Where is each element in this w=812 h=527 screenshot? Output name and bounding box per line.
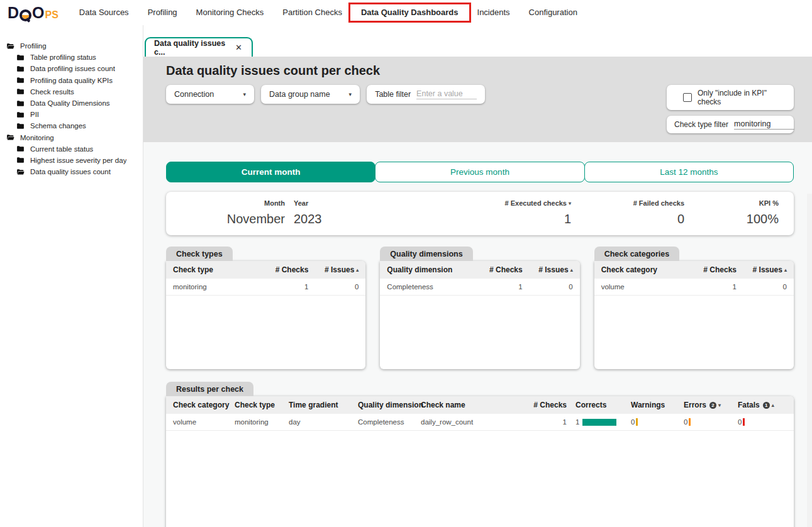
summary-col-year: Year	[285, 199, 345, 212]
quality-dimensions-card: Quality dimensions Quality dimension # C…	[380, 247, 579, 369]
sidebar-item-label: Schema changes	[30, 122, 86, 130]
sidebar-item-label: Highest issue severity per day	[30, 157, 126, 164]
nav-item-data-quality-dashboards[interactable]: Data Quality Dashboards	[352, 0, 468, 25]
quality-dimensions-card-title: Quality dimensions	[380, 247, 472, 261]
fatals-tick	[743, 418, 745, 426]
col-num-checks[interactable]: # Checks	[681, 265, 737, 274]
folder-icon	[16, 156, 25, 164]
col-fatals[interactable]: Fatals 1 ▴	[738, 401, 787, 409]
sidebar-item-schema-changes[interactable]: Schema changes	[0, 120, 143, 131]
nav-item-monitoring-checks[interactable]: Monitoring Checks	[187, 0, 274, 25]
sort-down-icon: ▾	[718, 402, 721, 408]
vertical-scrollbar[interactable]	[807, 194, 812, 527]
sort-priority-badge: 1	[763, 402, 770, 409]
table-filter-input[interactable]: Enter a value	[416, 89, 477, 99]
tab-last-12-months[interactable]: Last 12 months	[584, 162, 794, 182]
table-row[interactable]: volume monitoring day Completeness daily…	[166, 414, 794, 431]
dqops-logo[interactable]: DOPS	[8, 5, 58, 21]
sidebar-item-label: Check results	[30, 88, 74, 96]
tab-data-quality-issues-count[interactable]: Data quality issues c... ✕	[145, 37, 253, 57]
table-filter-label: Table filter	[375, 90, 411, 99]
connection-dropdown[interactable]: Connection ▾	[166, 85, 254, 104]
col-warnings[interactable]: Warnings	[631, 401, 684, 409]
sidebar-item-label: Current table status	[30, 145, 93, 153]
col-num-checks[interactable]: # Checks	[253, 265, 308, 274]
folder-icon	[16, 76, 25, 84]
folder-icon	[16, 111, 25, 119]
sidebar-item-data-quality-dimensions[interactable]: Data Quality Dimensions	[0, 97, 143, 109]
check-types-card-title: Check types	[166, 247, 233, 261]
sidebar-item-data-profiling-issues-count[interactable]: Data profiling issues count	[0, 63, 143, 74]
nav-item-partition-checks[interactable]: Partition Checks	[273, 0, 352, 25]
col-num-issues[interactable]: # Issues ▴	[737, 265, 787, 274]
folder-icon	[16, 53, 25, 62]
table-row[interactable]: volume 1 0	[594, 279, 794, 296]
summary-col-failed: # Failed checks	[571, 199, 684, 212]
close-icon[interactable]: ✕	[234, 43, 243, 52]
data-group-dropdown[interactable]: Data group name ▾	[261, 85, 360, 104]
tab-current-month[interactable]: Current month	[166, 162, 375, 182]
sidebar-item-label: Profiling	[20, 42, 47, 50]
nav-item-incidents[interactable]: Incidents	[468, 0, 520, 25]
results-card-title: Results per check	[166, 382, 253, 396]
nav-item-profiling[interactable]: Profiling	[138, 0, 187, 25]
check-types-card: Check types Check type # Checks # Issues…	[166, 247, 365, 369]
corrects-bar	[582, 419, 616, 426]
col-num-checks[interactable]: # Checks	[528, 401, 567, 409]
table-row[interactable]: Completeness 1 0	[380, 279, 579, 296]
tab-previous-month[interactable]: Previous month	[375, 162, 584, 182]
sidebar-item-current-table-status[interactable]: Current table status	[0, 143, 143, 155]
col-time-gradient[interactable]: Time gradient	[289, 401, 358, 409]
table-row[interactable]: monitoring 1 0	[166, 279, 365, 296]
sidebar-item-monitoring[interactable]: Monitoring	[0, 132, 143, 143]
chevron-down-icon: ▾	[349, 91, 352, 97]
col-check-type[interactable]: Check type	[173, 265, 253, 274]
folder-icon	[16, 122, 25, 130]
sidebar-item-check-results[interactable]: Check results	[0, 86, 143, 97]
col-check-name[interactable]: Check name	[421, 401, 528, 409]
period-tabs: Current month Previous month Last 12 mon…	[166, 162, 794, 182]
top-nav: DOPS Data SourcesProfilingMonitoring Che…	[0, 0, 812, 25]
document-tab-bar: Data quality issues c... ✕	[143, 25, 812, 57]
col-quality-dimension[interactable]: Quality dimension	[387, 265, 467, 274]
col-check-category[interactable]: Check category	[173, 401, 235, 409]
results-per-check-card: Results per check Check category Check t…	[166, 382, 794, 527]
col-num-issues[interactable]: # Issues ▴	[523, 265, 573, 274]
nav-item-data-sources[interactable]: Data Sources	[70, 0, 138, 25]
summary-col-executed[interactable]: # Executed checks ▾	[436, 199, 571, 212]
sidebar-item-pii[interactable]: PII	[0, 109, 143, 120]
magnifier-q-icon	[19, 9, 31, 21]
col-corrects[interactable]: Corrects	[576, 401, 631, 409]
sort-up-icon: ▴	[356, 267, 359, 273]
dashboard-header: Data quality issues count per check Conn…	[143, 57, 812, 142]
col-num-checks[interactable]: # Checks	[467, 265, 523, 274]
nav-item-configuration[interactable]: Configuration	[520, 0, 587, 25]
sidebar-item-highest-issue-severity-per-day[interactable]: Highest issue severity per day	[0, 155, 143, 166]
col-quality-dimension[interactable]: Quality dimension	[358, 401, 421, 409]
sidebar-item-profiling-data-quality-kpis[interactable]: Profiling data quality KPIs	[0, 75, 143, 86]
sidebar-item-label: Data profiling issues count	[30, 65, 115, 72]
summary-col-month: Month	[181, 199, 285, 212]
col-num-issues[interactable]: # Issues ▴	[308, 265, 359, 274]
connection-label: Connection	[174, 90, 214, 99]
sidebar-item-label: Data quality issues count	[30, 168, 111, 175]
kpi-checkbox[interactable]	[683, 93, 692, 102]
check-type-filter-pill: Check type filter monitoring	[667, 116, 794, 133]
kpi-checkbox-pill[interactable]: Only "include in KPI" checks	[667, 85, 794, 110]
table-filter-pill: Table filter Enter a value	[367, 85, 485, 104]
sidebar-item-profiling[interactable]: Profiling	[0, 40, 143, 52]
data-group-label: Data group name	[269, 90, 330, 99]
col-check-category[interactable]: Check category	[601, 265, 681, 274]
summary-kpi-value: 100%	[684, 212, 779, 226]
col-errors[interactable]: Errors 2 ▾	[684, 401, 738, 409]
col-check-type[interactable]: Check type	[235, 401, 289, 409]
sort-up-icon: ▴	[570, 267, 573, 273]
summary-failed-value: 0	[571, 212, 684, 226]
sidebar-item-table-profiling-status[interactable]: Table profiling status	[0, 52, 143, 63]
check-categories-card-title: Check categories	[594, 247, 680, 261]
check-type-filter-input[interactable]: monitoring	[734, 119, 794, 130]
tab-label: Data quality issues c...	[154, 39, 234, 57]
folder-icon	[16, 99, 25, 108]
sort-priority-badge: 2	[709, 402, 716, 409]
sidebar-item-data-quality-issues-count[interactable]: Data quality issues count	[0, 166, 143, 177]
